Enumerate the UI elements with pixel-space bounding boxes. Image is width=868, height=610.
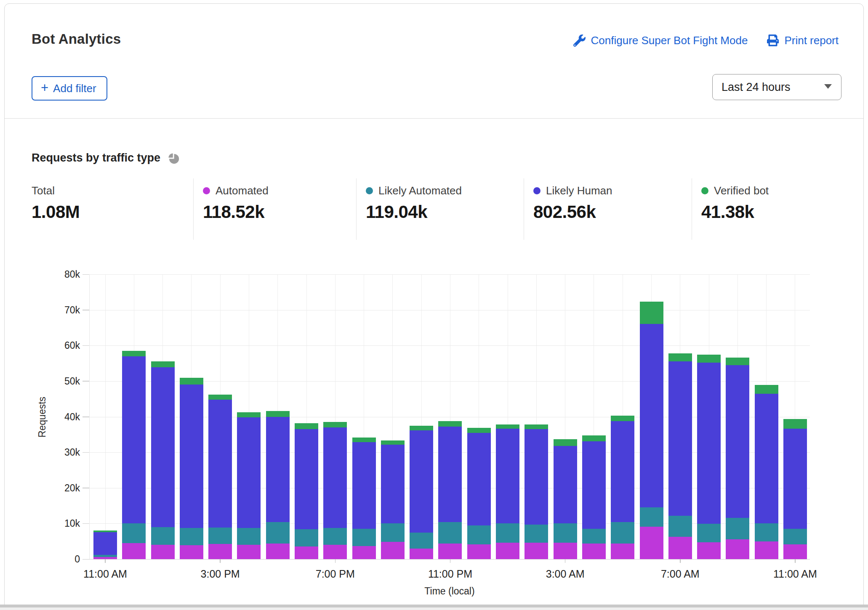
- bar-segment-verified-bot[interactable]: [438, 421, 462, 427]
- bar-segment-verified-bot[interactable]: [467, 428, 491, 433]
- bar-segment-automated[interactable]: [122, 543, 146, 559]
- bar-segment-automated[interactable]: [697, 542, 721, 559]
- bar-segment-verified-bot[interactable]: [496, 424, 519, 429]
- bar-segment-likely-automated[interactable]: [208, 528, 232, 544]
- time-range-dropdown[interactable]: Last 24 hours: [712, 74, 841, 100]
- bar-segment-verified-bot[interactable]: [410, 426, 433, 430]
- bar-segment-verified-bot[interactable]: [266, 411, 290, 417]
- bar-segment-verified-bot[interactable]: [93, 530, 117, 532]
- stat-likely-human[interactable]: Likely Human 802.56k: [533, 184, 612, 222]
- add-filter-button[interactable]: + Add filter: [32, 76, 107, 101]
- bar-segment-likely-human[interactable]: [151, 367, 175, 527]
- bar-segment-likely-automated[interactable]: [467, 525, 491, 545]
- bar-segment-likely-automated[interactable]: [640, 507, 663, 527]
- bar-segment-verified-bot[interactable]: [151, 361, 175, 367]
- bar-segment-automated[interactable]: [467, 544, 491, 559]
- bar-segment-likely-human[interactable]: [93, 532, 117, 555]
- bar-segment-likely-automated[interactable]: [525, 525, 548, 543]
- bar-segment-likely-human[interactable]: [582, 441, 606, 529]
- bar-segment-likely-automated[interactable]: [151, 527, 175, 545]
- bar-segment-likely-automated[interactable]: [611, 522, 634, 544]
- bar-segment-automated[interactable]: [554, 543, 577, 559]
- bar-segment-likely-human[interactable]: [180, 385, 203, 528]
- bar-segment-likely-human[interactable]: [755, 394, 778, 523]
- bar-segment-verified-bot[interactable]: [323, 422, 347, 427]
- bar-segment-verified-bot[interactable]: [668, 353, 692, 361]
- bar-segment-likely-automated[interactable]: [668, 516, 692, 537]
- stat-likely-automated[interactable]: Likely Automated 119.04k: [366, 184, 462, 222]
- bar-segment-likely-human[interactable]: [237, 417, 261, 528]
- bar-segment-likely-automated[interactable]: [323, 528, 347, 545]
- bar-segment-likely-automated[interactable]: [554, 523, 577, 543]
- bar-segment-likely-human[interactable]: [640, 324, 663, 508]
- bar-segment-likely-automated[interactable]: [726, 518, 749, 539]
- bar-segment-automated[interactable]: [208, 544, 232, 559]
- bar-segment-likely-human[interactable]: [122, 356, 146, 524]
- stat-verified-bot[interactable]: Verified bot 41.38k: [701, 184, 769, 222]
- bar-segment-likely-human[interactable]: [554, 446, 577, 523]
- bar-segment-likely-human[interactable]: [323, 427, 347, 528]
- bar-segment-verified-bot[interactable]: [295, 423, 318, 429]
- bar-segment-likely-automated[interactable]: [237, 528, 261, 545]
- bar-segment-automated[interactable]: [783, 544, 807, 559]
- bar-segment-verified-bot[interactable]: [755, 385, 778, 393]
- bar-segment-likely-human[interactable]: [208, 400, 232, 528]
- bar-segment-verified-bot[interactable]: [640, 302, 663, 324]
- bar-segment-likely-automated[interactable]: [496, 523, 519, 543]
- bar-segment-likely-human[interactable]: [668, 361, 692, 516]
- bar-segment-verified-bot[interactable]: [381, 440, 405, 444]
- bar-segment-likely-human[interactable]: [266, 417, 290, 522]
- bar-segment-automated[interactable]: [237, 545, 261, 559]
- bar-segment-automated[interactable]: [611, 544, 634, 559]
- bar-segment-verified-bot[interactable]: [726, 358, 749, 365]
- bar-segment-likely-human[interactable]: [467, 433, 491, 525]
- bar-segment-verified-bot[interactable]: [237, 412, 261, 418]
- bar-segment-likely-automated[interactable]: [122, 523, 146, 543]
- bar-segment-likely-automated[interactable]: [582, 529, 606, 544]
- bar-segment-automated[interactable]: [295, 546, 318, 559]
- bar-segment-likely-automated[interactable]: [755, 523, 778, 541]
- bar-segment-automated[interactable]: [755, 541, 778, 559]
- bar-segment-likely-human[interactable]: [438, 427, 462, 522]
- bar-segment-verified-bot[interactable]: [611, 416, 634, 421]
- bar-segment-automated[interactable]: [151, 545, 175, 559]
- bar-segment-verified-bot[interactable]: [582, 435, 606, 441]
- bar-segment-likely-human[interactable]: [726, 365, 749, 518]
- bar-segment-verified-bot[interactable]: [525, 424, 548, 429]
- bar-segment-automated[interactable]: [410, 549, 433, 559]
- bar-segment-automated[interactable]: [496, 543, 519, 559]
- bar-segment-automated[interactable]: [668, 537, 692, 559]
- bar-segment-likely-automated[interactable]: [381, 523, 405, 542]
- bar-segment-automated[interactable]: [438, 544, 462, 559]
- bar-segment-verified-bot[interactable]: [783, 419, 807, 429]
- bar-segment-verified-bot[interactable]: [554, 439, 577, 446]
- bar-segment-automated[interactable]: [582, 544, 606, 559]
- bar-segment-automated[interactable]: [640, 527, 663, 559]
- bar-segment-likely-automated[interactable]: [266, 522, 290, 544]
- bar-segment-likely-human[interactable]: [496, 429, 519, 523]
- configure-super-bot-fight-mode-link[interactable]: Configure Super Bot Fight Mode: [573, 34, 748, 47]
- bar-segment-likely-human[interactable]: [410, 430, 433, 533]
- bar-segment-likely-automated[interactable]: [697, 524, 721, 542]
- bar-segment-automated[interactable]: [381, 542, 405, 559]
- bar-segment-likely-human[interactable]: [697, 363, 721, 524]
- bar-segment-verified-bot[interactable]: [180, 378, 203, 385]
- bar-segment-likely-human[interactable]: [611, 421, 634, 522]
- bar-segment-likely-automated[interactable]: [295, 529, 318, 546]
- bar-segment-verified-bot[interactable]: [697, 355, 721, 363]
- bar-segment-verified-bot[interactable]: [352, 438, 376, 442]
- bar-segment-likely-human[interactable]: [525, 429, 548, 525]
- bar-segment-automated[interactable]: [180, 545, 203, 559]
- bar-segment-likely-human[interactable]: [295, 429, 318, 529]
- bar-segment-likely-human[interactable]: [381, 445, 405, 523]
- bar-segment-verified-bot[interactable]: [208, 395, 232, 400]
- bar-segment-likely-automated[interactable]: [180, 528, 203, 545]
- stat-automated[interactable]: Automated 118.52k: [203, 184, 269, 222]
- print-report-link[interactable]: Print report: [767, 34, 839, 47]
- bar-segment-likely-automated[interactable]: [438, 522, 462, 544]
- bar-segment-automated[interactable]: [323, 545, 347, 559]
- bar-segment-likely-automated[interactable]: [783, 529, 807, 544]
- bar-segment-likely-automated[interactable]: [352, 529, 376, 546]
- bar-segment-automated[interactable]: [352, 546, 376, 559]
- bar-segment-automated[interactable]: [525, 543, 548, 559]
